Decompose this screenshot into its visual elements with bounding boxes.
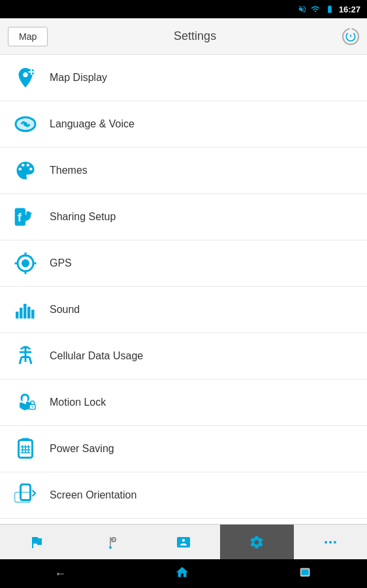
themes-icon [12,157,39,184]
gps-icon [12,250,39,277]
map-display-icon [12,64,39,91]
svg-point-35 [325,541,327,544]
settings-item-sound[interactable]: Sound [0,287,367,333]
flag-icon [29,534,44,550]
nav-settings[interactable] [220,525,293,559]
status-time: 16:27 [339,5,360,14]
svg-rect-19 [22,438,29,442]
language-voice-icon [12,110,39,138]
sharing-setup-icon: f [12,203,39,231]
svg-point-3 [24,122,27,126]
svg-point-17 [31,406,33,408]
svg-text:f: f [18,210,22,224]
cellular-data-label: Cellular Data Usage [50,350,143,362]
settings-item-map-display[interactable]: Map Display [0,55,367,101]
status-icons: 16:27 [298,5,360,14]
svg-line-15 [29,357,31,365]
nav-more[interactable] [294,525,367,559]
svg-rect-7 [20,308,23,319]
route-icon [103,534,118,550]
android-navigation-bar: ← [0,559,367,588]
status-bar: 16:27 [0,0,367,18]
settings-item-themes[interactable]: Themes [0,148,367,194]
sharing-setup-label: Sharing Setup [50,211,116,223]
motion-lock-label: Motion Lock [50,397,106,408]
top-bar: Map Settings [0,18,367,55]
page-title: Settings [48,29,342,43]
svg-rect-9 [27,307,31,319]
svg-rect-38 [300,568,309,576]
screen-orientation-label: Screen Orientation [50,489,136,501]
back-button[interactable]: ← [41,562,79,586]
settings-item-gps[interactable]: GPS [0,240,367,287]
more-icon [323,534,338,550]
gps-label: GPS [50,257,72,269]
nav-flag[interactable] [0,525,73,559]
wifi-icon [310,5,321,14]
cellular-data-icon [12,342,39,370]
screen-orientation-icon [12,482,39,509]
recent-button[interactable] [285,560,326,588]
svg-rect-10 [31,310,35,319]
contacts-icon [176,534,191,550]
settings-item-sharing-setup[interactable]: f Sharing Setup [0,194,367,240]
gear-icon [249,534,264,550]
mute-icon [298,5,307,14]
settings-item-power-saving[interactable]: Power Saving [0,426,367,472]
sound-label: Sound [50,304,80,316]
settings-item-language-voice[interactable]: Language & Voice [0,101,367,148]
motion-lock-icon [12,389,39,416]
svg-line-14 [20,357,22,365]
sound-icon [12,296,39,323]
map-display-label: Map Display [50,72,107,84]
power-saving-label: Power Saving [50,443,114,455]
svg-rect-8 [24,304,27,319]
settings-list: Map Display Language & Voice Themes [0,55,367,524]
settings-item-screen-orientation[interactable]: Screen Orientation [0,472,367,519]
language-voice-label: Language & Voice [50,118,135,130]
power-saving-icon [12,435,39,463]
svg-rect-6 [16,312,19,319]
themes-label: Themes [50,165,88,176]
settings-item-motion-lock[interactable]: Motion Lock [0,380,367,426]
home-button[interactable] [162,560,202,588]
svg-point-36 [329,541,332,544]
bottom-navigation [0,524,367,559]
nav-contacts[interactable] [147,525,220,559]
nav-route[interactable] [73,525,146,559]
power-button[interactable] [342,28,359,45]
map-button[interactable]: Map [8,27,48,46]
svg-point-32 [109,546,112,549]
battery-icon [324,5,336,14]
settings-item-unit-measurement[interactable]: Unit of Measurement [0,519,367,524]
settings-item-cellular-data[interactable]: Cellular Data Usage [0,333,367,380]
svg-point-37 [334,541,336,544]
